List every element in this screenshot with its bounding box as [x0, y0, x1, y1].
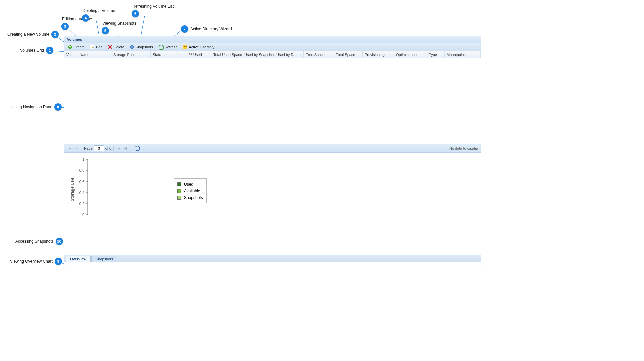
callout-2: Creating a New Volume2 — [7, 31, 61, 38]
refresh-button[interactable]: Refresh — [157, 44, 179, 50]
col-volume-name[interactable]: Volume Name — [64, 51, 111, 58]
active-directory-button[interactable]: Active Directory — [181, 44, 216, 50]
col-storage-pool[interactable]: Storage Pool — [111, 51, 151, 58]
svg-text:0.6: 0.6 — [79, 179, 84, 184]
svg-text:0.2: 0.2 — [79, 202, 84, 206]
pager-refresh-icon[interactable] — [135, 146, 140, 151]
callout-6: Refreshing Volume List6 — [132, 4, 174, 17]
callout-8: Using Navigation Pane8 — [12, 103, 64, 111]
col-mountpoint[interactable]: Mountpoint — [445, 51, 481, 58]
callout-9: Viewing Overview Chart9 — [10, 258, 64, 265]
active-directory-icon — [183, 45, 187, 49]
tab-overview[interactable]: Overview — [66, 256, 91, 262]
pager-last-icon[interactable]: ▸| — [123, 146, 128, 151]
snapshots-icon — [130, 45, 134, 49]
volumes-grid: Volume Name Storage Pool Status % Used T… — [64, 51, 481, 152]
col-used-by-dataset[interactable]: Used by Dataset — [274, 51, 304, 58]
pager-first-icon[interactable]: |◂ — [67, 146, 72, 151]
grid-body-empty — [64, 58, 481, 144]
pager-next-icon[interactable]: ▸ — [116, 146, 122, 151]
bottom-tabs: Overview Snapshots — [64, 255, 481, 262]
svg-text:0.4: 0.4 — [79, 191, 84, 195]
col-type[interactable]: Type — [427, 51, 445, 58]
callout-10: Accessing Snapshots10 — [15, 238, 65, 245]
pager-of-label: of 0 — [105, 146, 111, 150]
pager-empty-text: No data to display — [449, 146, 479, 150]
tab-snapshots[interactable]: Snapshots — [91, 256, 117, 262]
panel-title: Volumes — [64, 36, 481, 43]
overview-chart-panel: 1 0.8 0.6 0.4 0.2 0 Storage Use Overview… — [64, 152, 481, 262]
col-used-by-snapshots[interactable]: Used by Snapshots — [242, 51, 274, 58]
col-total-space[interactable]: Total Space — [334, 51, 363, 58]
edit-icon — [90, 45, 95, 49]
col-percent-used[interactable]: % Used — [187, 51, 211, 58]
col-status[interactable]: Status — [151, 51, 187, 58]
add-icon — [68, 45, 72, 49]
chart-y-label: Storage Use — [70, 178, 75, 201]
col-free-space[interactable]: Free Space — [304, 51, 334, 58]
delete-icon — [108, 45, 112, 49]
refresh-icon — [158, 45, 163, 49]
swatch-available-icon — [177, 189, 181, 193]
col-provisioning[interactable]: Provisioning — [363, 51, 394, 58]
col-optimizations[interactable]: Optimizations — [394, 51, 427, 58]
delete-button[interactable]: Delete — [106, 44, 126, 50]
volumes-panel: Volumes Create Edit Delete Snapshots Ref… — [64, 36, 481, 270]
col-total-used-space[interactable]: Total Used Space — [211, 51, 242, 58]
legend-used: Used — [177, 181, 203, 188]
swatch-snapshots-icon — [177, 196, 181, 200]
create-button[interactable]: Create — [66, 44, 86, 50]
swatch-used-icon — [177, 182, 181, 186]
chart-legend: Used Available Snapshots — [174, 178, 207, 203]
pager-prev-icon[interactable]: ◂ — [74, 146, 79, 151]
callout-7: Active Directory Wizard7 — [179, 25, 232, 33]
pager-page-input[interactable] — [94, 145, 104, 151]
chart-axes: 1 0.8 0.6 0.4 0.2 0 Storage Use — [68, 156, 108, 223]
callout-1: Volumes Grid1 — [20, 47, 55, 54]
grid-pager: |◂ ◂ Page of 0 ▸ ▸| No data to display — [64, 144, 481, 152]
volumes-toolbar: Create Edit Delete Snapshots Refresh Act… — [64, 43, 481, 51]
svg-text:1: 1 — [82, 157, 84, 161]
pager-page-label: Page — [84, 146, 93, 150]
callout-4: Deleting a Volume4 — [82, 8, 115, 22]
legend-snapshots: Snapshots — [177, 194, 203, 201]
svg-text:0.8: 0.8 — [79, 168, 84, 172]
svg-text:0: 0 — [82, 213, 84, 217]
callout-5: Viewing Snapshots5 — [102, 21, 136, 34]
grid-header-row: Volume Name Storage Pool Status % Used T… — [64, 51, 481, 58]
snapshots-button[interactable]: Snapshots — [128, 44, 154, 50]
legend-available: Available — [177, 188, 203, 194]
edit-button[interactable]: Edit — [89, 44, 104, 50]
